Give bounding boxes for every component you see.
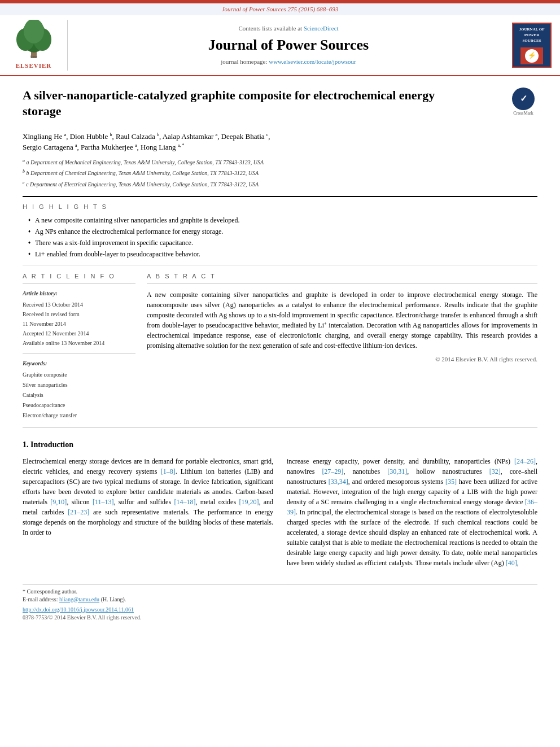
date-accepted: Accepted 12 November 2014 [23, 329, 135, 338]
keyword-4: Pseudocapacitance [23, 400, 135, 410]
svg-point-4 [24, 20, 44, 43]
abstract-section: A B S T R A C T A new composite containi… [147, 272, 537, 421]
homepage-prefix: journal homepage: [221, 58, 267, 65]
crossmark: ✓ CrossMark [509, 88, 537, 116]
keyword-5: Electron/charge transfer [23, 410, 135, 421]
date-online: Available online 13 November 2014 [23, 338, 135, 348]
main-content: A silver-nanoparticle-catalyzed graphite… [0, 76, 560, 633]
email-link[interactable]: hliang@tamu.edu [59, 596, 99, 602]
divider-2 [23, 265, 537, 265]
divider-3 [23, 427, 537, 428]
page: Journal of Power Sources 275 (2015) 688–… [0, 0, 560, 747]
science-direct-link[interactable]: ScienceDirect [304, 25, 339, 32]
corresponding-label: * Corresponding author. [23, 588, 77, 595]
svg-text:tree: tree [30, 55, 37, 59]
issn-line: 0378-7753/© 2014 Elsevier B.V. All right… [23, 614, 537, 622]
highlight-item-1: A new composite containing silver nanopa… [28, 216, 537, 225]
elsevier-logo: tree ELSEVIER [6, 20, 68, 70]
keywords-label: Keywords: [23, 360, 135, 368]
highlights-section: H I G H L I G H T S A new composite cont… [23, 203, 537, 259]
affiliations: a a Department of Mechanical Engineering… [23, 158, 537, 189]
journal-logo-right: JOURNAL OFPOWERSOURCES ⚡ [509, 20, 554, 70]
doi-line: http://dx.doi.org/10.1016/j.jpowsour.201… [23, 606, 537, 614]
article-title-section: A silver-nanoparticle-catalyzed graphite… [23, 88, 537, 124]
intro-para-1: Electrochemical energy storage devices a… [23, 456, 273, 538]
authors-line: Xingliang He a, Dion Hubble b, Raul Calz… [23, 131, 537, 153]
divider-info [23, 353, 135, 354]
article-history-label: Article history: [23, 290, 135, 298]
date-revised-label: Received in revised form [23, 309, 135, 319]
keywords-list: Graphite composite Silver nanoparticles … [23, 370, 135, 421]
doi-link[interactable]: http://dx.doi.org/10.1016/j.jpowsour.201… [23, 606, 134, 613]
citation-bar: Journal of Power Sources 275 (2015) 688–… [0, 3, 560, 15]
crossmark-icon: ✓ [512, 88, 535, 110]
introduction-section: 1. Introduction Electrochemical energy s… [23, 439, 537, 573]
intro-col-left: Electrochemical energy storage devices a… [23, 456, 273, 573]
article-info: A R T I C L E I N F O Article history: R… [23, 272, 135, 421]
journal-header: tree ELSEVIER Contents lists available a… [0, 15, 560, 76]
homepage-link[interactable]: www.elsevier.com/locate/jpowsour [269, 58, 356, 65]
copyright-line: © 2014 Elsevier B.V. All rights reserved… [147, 355, 537, 364]
highlights-heading: H I G H L I G H T S [23, 203, 537, 211]
science-direct-prefix: Contents lists available at [238, 25, 302, 32]
article-info-heading: A R T I C L E I N F O [23, 272, 135, 284]
journal-center: Contents lists available at ScienceDirec… [73, 20, 504, 70]
abstract-text: A new composite containing silver nanopa… [147, 290, 537, 351]
carbon-based-text: based [258, 488, 273, 496]
journal-title: Journal of Power Sources [208, 35, 369, 55]
divider-1 [23, 196, 537, 197]
introduction-heading: 1. Introduction [23, 439, 537, 451]
article-dates: Received 13 October 2014 Received in rev… [23, 300, 135, 348]
based-text: based [418, 508, 434, 516]
science-direct-line: Contents lists available at ScienceDirec… [238, 24, 338, 33]
keyword-3: Catalysis [23, 390, 135, 400]
keyword-1: Graphite composite [23, 370, 135, 380]
crossmark-label: CrossMark [513, 110, 533, 116]
highlight-item-4: Li+ enabled from double-layer to pseudoc… [28, 250, 537, 259]
footnote-area: * Corresponding author. E-mail address: … [23, 584, 537, 622]
corresponding-author: * Corresponding author. [23, 588, 537, 596]
email-label: E-mail address: [23, 596, 58, 602]
date-received: Received 13 October 2014 [23, 300, 135, 309]
highlight-item-2: Ag NPs enhance the electrochemical perfo… [28, 227, 537, 237]
journal-homepage-line: journal homepage: www.elsevier.com/locat… [221, 58, 356, 66]
highlights-list: A new composite containing silver nanopa… [23, 216, 537, 259]
abstract-heading: A B S T R A C T [147, 272, 537, 284]
elsevier-tree-icon: tree [11, 20, 56, 59]
email-person: (H. Liang). [101, 596, 126, 602]
introduction-body: Electrochemical energy storage devices a… [23, 456, 537, 573]
elsevier-label: ELSEVIER [16, 62, 52, 70]
affil-2: b b Department of Chemical Engineering, … [23, 168, 537, 178]
intro-col-right: increase energy capacity, power density,… [287, 456, 537, 573]
keyword-2: Silver nanoparticles [23, 380, 135, 390]
article-info-abstract: A R T I C L E I N F O Article history: R… [23, 272, 537, 421]
affil-1: a a Department of Mechanical Engineering… [23, 158, 537, 167]
affil-3: c c Department of Electrical Engineering… [23, 180, 537, 189]
citation-text: Journal of Power Sources 275 (2015) 688–… [222, 6, 339, 12]
date-revised: 11 November 2014 [23, 319, 135, 329]
email-line: E-mail address: hliang@tamu.edu (H. Lian… [23, 596, 537, 604]
highlight-item-3: There was a six-fold improvement in spec… [28, 238, 537, 248]
intro-para-2: increase energy capacity, power density,… [287, 456, 537, 568]
journal-logo-box: JOURNAL OFPOWERSOURCES ⚡ [512, 23, 552, 68]
article-title: A silver-nanoparticle-catalyzed graphite… [23, 88, 474, 120]
